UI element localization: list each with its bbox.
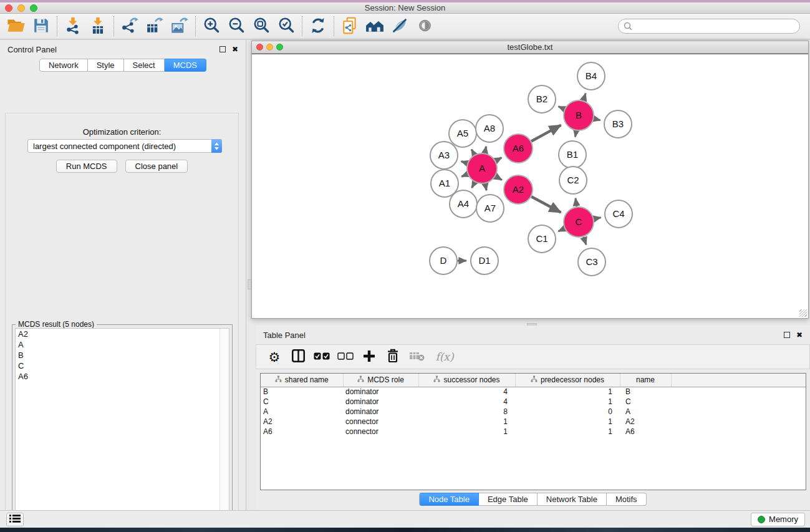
network-graph[interactable]: AA1A2A3A4A5A6A7A8BB1B2B3B4CC1C2C3C4DD1 xyxy=(252,54,808,318)
desktop-vscroll-thumb[interactable] xyxy=(248,279,251,289)
import-network-button[interactable] xyxy=(60,15,85,37)
node-C4[interactable]: C4 xyxy=(605,200,632,228)
result-item[interactable]: A xyxy=(16,339,229,350)
edge-C-C3[interactable] xyxy=(584,237,586,245)
edge-A-A6[interactable] xyxy=(496,158,502,161)
node-A5[interactable]: A5 xyxy=(449,120,476,147)
zoom-fit-button[interactable] xyxy=(249,15,274,37)
criterion-dropdown[interactable]: largest connected component (directed) xyxy=(27,139,222,153)
network-window-titlebar[interactable]: testGlobe.txt xyxy=(252,41,808,54)
delete-column-button[interactable] xyxy=(382,347,403,367)
table-row[interactable]: Adominator80A xyxy=(261,407,806,417)
run-mcds-button[interactable]: Run MCDS xyxy=(56,160,117,173)
node-C2[interactable]: C2 xyxy=(559,167,587,194)
node-A7[interactable]: A7 xyxy=(476,195,504,222)
result-item[interactable]: A6 xyxy=(16,371,229,382)
column-header-predecessor-nodes[interactable]: predecessor nodes xyxy=(515,374,620,387)
float-table-panel-icon[interactable] xyxy=(784,332,790,338)
edge-A-A2[interactable] xyxy=(496,177,502,180)
table-row[interactable]: A6connector11A6 xyxy=(261,427,806,437)
close-panel-icon[interactable]: ✖ xyxy=(232,46,238,53)
node-A[interactable]: A xyxy=(467,153,497,183)
close-panel-button[interactable]: Close panel xyxy=(125,160,188,173)
export-network-button[interactable] xyxy=(117,15,142,37)
zoom-out-button[interactable] xyxy=(224,15,249,37)
column-header-shared-name[interactable]: shared name xyxy=(261,374,343,387)
column-header-mcds-role[interactable]: MCDS role xyxy=(343,374,418,387)
column-header-successor-nodes[interactable]: successor nodes xyxy=(418,374,515,387)
hide-graphics-details-button[interactable] xyxy=(387,15,412,37)
node-B3[interactable]: B3 xyxy=(604,110,632,138)
select-all-columns-button[interactable] xyxy=(311,347,332,367)
tab-select[interactable]: Select xyxy=(124,59,165,72)
edge-B-B2[interactable] xyxy=(559,107,565,109)
table-row[interactable]: Bdominator41B xyxy=(261,387,806,397)
edge-B-B1[interactable] xyxy=(576,131,577,137)
tab-style[interactable]: Style xyxy=(88,59,124,72)
edge-A-A5[interactable] xyxy=(471,150,475,155)
table-row[interactable]: Cdominator41C xyxy=(261,397,806,407)
edge-A-A3[interactable] xyxy=(461,162,468,163)
node-B1[interactable]: B1 xyxy=(559,141,586,168)
result-item[interactable]: A2 xyxy=(16,329,229,339)
edge-C-C2[interactable] xyxy=(576,198,577,207)
open-session-button[interactable] xyxy=(4,15,29,37)
edge-A-A7[interactable] xyxy=(485,184,486,191)
edge-A6-B[interactable] xyxy=(531,125,561,142)
node-B4[interactable]: B4 xyxy=(577,62,605,90)
node-B[interactable]: B xyxy=(564,100,594,130)
zoom-selected-button[interactable] xyxy=(274,15,299,37)
result-item[interactable]: B xyxy=(16,350,229,360)
edge-A-A8[interactable] xyxy=(485,147,486,153)
export-image-button[interactable] xyxy=(167,15,192,37)
node-A2[interactable]: A2 xyxy=(504,175,533,204)
result-item[interactable]: C xyxy=(16,360,229,371)
node-D[interactable]: D xyxy=(430,247,457,274)
function-builder-button[interactable]: f(x) xyxy=(430,347,460,367)
node-A4[interactable]: A4 xyxy=(450,190,477,218)
node-C1[interactable]: C1 xyxy=(528,225,556,253)
network-overview-button[interactable] xyxy=(362,15,387,37)
delete-table-button[interactable] xyxy=(406,347,427,367)
edge-B-B4[interactable] xyxy=(584,94,586,101)
result-scrollbar[interactable] xyxy=(219,329,229,532)
export-table-button[interactable] xyxy=(142,15,167,37)
table-settings-button[interactable]: ⚙ xyxy=(264,347,285,367)
edge-B-B3[interactable] xyxy=(594,118,600,120)
create-column-button[interactable] xyxy=(359,347,380,367)
task-history-button[interactable] xyxy=(6,513,24,526)
table-row[interactable]: A2connector11A2 xyxy=(261,417,806,427)
import-table-button[interactable] xyxy=(85,15,110,37)
save-session-button[interactable] xyxy=(29,15,54,37)
node-A6[interactable]: A6 xyxy=(504,134,533,163)
node-A3[interactable]: A3 xyxy=(430,142,458,169)
node-D1[interactable]: D1 xyxy=(471,247,498,274)
tab-mcds[interactable]: MCDS xyxy=(165,59,206,72)
edge-A-A4[interactable] xyxy=(472,182,475,188)
node-C[interactable]: C xyxy=(564,207,594,237)
edge-A-A1[interactable] xyxy=(461,174,468,177)
tab-motifs[interactable]: Motifs xyxy=(607,493,647,506)
new-network-from-selection-button[interactable] xyxy=(337,15,362,37)
tab-network-table[interactable]: Network Table xyxy=(538,493,607,506)
tab-network[interactable]: Network xyxy=(39,59,88,72)
column-header-name[interactable]: name xyxy=(620,374,671,387)
memory-button[interactable]: Memory xyxy=(751,513,805,526)
node-C3[interactable]: C3 xyxy=(578,248,605,276)
edge-A2-C[interactable] xyxy=(531,196,561,212)
zoom-in-button[interactable] xyxy=(199,15,224,37)
edge-C-C4[interactable] xyxy=(594,218,601,219)
close-table-panel-icon[interactable]: ✖ xyxy=(796,331,803,339)
node-B2[interactable]: B2 xyxy=(528,85,556,113)
float-panel-icon[interactable] xyxy=(219,46,226,52)
tab-edge-table[interactable]: Edge Table xyxy=(479,493,538,506)
resize-grip[interactable] xyxy=(799,309,807,317)
edge-C-C1[interactable] xyxy=(558,228,564,231)
tab-node-table[interactable]: Node Table xyxy=(419,493,479,506)
show-graphics-details-button[interactable] xyxy=(412,15,437,37)
unselect-all-columns-button[interactable] xyxy=(335,347,356,367)
node-A8[interactable]: A8 xyxy=(476,115,503,142)
refresh-button[interactable] xyxy=(306,15,330,37)
search-input[interactable] xyxy=(618,19,800,34)
show-columns-button[interactable] xyxy=(287,347,309,367)
